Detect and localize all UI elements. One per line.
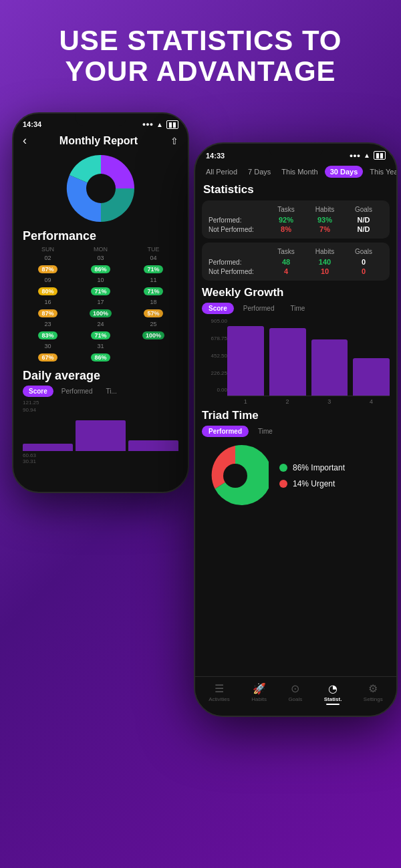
front-time: 14:33 — [206, 152, 225, 160]
cal-row-4: 23 83% 24 71% 25 100% — [20, 321, 181, 340]
front-phone-notch — [269, 144, 323, 157]
legend-urgent: 14% Urgent — [279, 479, 345, 488]
back-phone-notch — [76, 114, 126, 126]
col-tasks-1: Tasks — [267, 206, 305, 213]
triad-time-section: Triad Time Performed Time — [195, 409, 396, 513]
back-time: 14:34 — [23, 120, 41, 128]
cal-cell: 31 86% — [81, 343, 121, 362]
triad-tab-time[interactable]: Time — [251, 426, 279, 437]
cal-cell: 04 71% — [134, 255, 174, 274]
cal-row-3: 16 87% 17 100% 18 57% — [20, 299, 181, 318]
nav-habits[interactable]: 🚀 Habits — [251, 682, 267, 705]
back-chart: 121.25 90.94 60.63 30.31 — [13, 400, 188, 467]
habits-not-performed-count: 10 — [305, 267, 344, 275]
nav-settings[interactable]: ⚙ Settings — [364, 682, 383, 705]
tasks-performed-count: 48 — [267, 258, 305, 266]
triad-tab-performed[interactable]: Performed — [202, 426, 249, 437]
col-habits-2: Habits — [305, 248, 344, 255]
back-tab-bar: Score Performed Ti... — [13, 386, 188, 400]
performed-label-2: Performed: — [209, 259, 267, 266]
cal-header-tue: TUE — [134, 246, 174, 253]
habits-not-performed-pct: 7% — [305, 225, 344, 233]
cal-cell: 16 87% — [28, 299, 68, 318]
filter-tabs: All Period 7 Days This Month 30 Days Thi… — [195, 162, 396, 182]
bar-2 — [269, 328, 306, 396]
headline: USE STATISTICS TO YOUR ADVANTAGE — [0, 0, 401, 99]
goals-not-performed-count: 0 — [344, 267, 383, 275]
tab-this-year[interactable]: This Yea... — [366, 166, 396, 178]
cal-cell: 03 86% — [81, 255, 121, 274]
stats-table-2: . Tasks Habits Goals Performed: 48 140 0… — [202, 243, 390, 281]
bar-3 — [311, 339, 348, 396]
weekly-bar-chart: 905.00 678.75 452.50 226.25 0.00 1 — [202, 318, 390, 405]
tab-7-days[interactable]: 7 Days — [244, 166, 275, 178]
cal-cell: 18 57% — [134, 299, 174, 318]
cal-cell: 30 67% — [28, 343, 68, 362]
calendar-grid: 02 87% 03 86% 04 71% 09 — [20, 255, 181, 362]
cal-cell: 02 87% — [28, 255, 68, 274]
weekly-tab-bar: Score Performed Time — [202, 303, 390, 314]
not-performed-label-2: Not Performed: — [209, 268, 267, 275]
goals-performed-count: 0 — [344, 258, 383, 266]
tab-all-period[interactable]: All Period — [202, 166, 241, 178]
cal-row-2: 09 80% 10 71% 11 71% — [20, 277, 181, 296]
tab-performed[interactable]: Performed — [56, 386, 98, 397]
front-phone: 14:33 ●●● ▲ ▮▮ All Period 7 Days This Mo… — [194, 142, 398, 717]
back-pie-chart — [64, 152, 138, 225]
triad-tab-bar: Performed Time — [202, 426, 390, 437]
col-habits-1: Habits — [305, 206, 344, 213]
nav-activities[interactable]: ☰ Activities — [209, 682, 230, 705]
weekly-growth-section: Weekly Growth Score Performed Time 905.0… — [195, 286, 396, 409]
tasks-not-performed-count: 4 — [267, 267, 305, 275]
cal-cell: 09 80% — [28, 277, 68, 296]
bar-4 — [353, 358, 390, 396]
svg-point-1 — [223, 464, 247, 488]
cal-row-1: 02 87% 03 86% 04 71% — [20, 255, 181, 274]
legend-important: 86% Important — [279, 463, 345, 472]
statistics-title: Statistics — [195, 182, 396, 200]
cal-cell: 24 71% — [81, 321, 121, 340]
back-pie-chart-container — [13, 152, 188, 229]
cal-cell: 25 100% — [134, 321, 174, 340]
tab-ti[interactable]: Ti... — [100, 386, 122, 397]
habits-performed-pct: 93% — [305, 216, 344, 224]
headline-line2: YOUR ADVANTAGE — [20, 56, 381, 87]
share-icon[interactable]: ⇧ — [170, 136, 178, 146]
cal-row-5: 30 67% 31 86% — [20, 343, 181, 362]
bottom-nav: ☰ Activities 🚀 Habits ⊙ Goals ◔ Statist.… — [195, 676, 396, 716]
col-goals-2: Goals — [344, 248, 383, 255]
weekly-tab-performed[interactable]: Performed — [237, 303, 281, 314]
cal-cell: 17 100% — [81, 299, 121, 318]
nav-statist[interactable]: ◔ Statist. — [324, 682, 342, 705]
back-header-title: Monthly Report — [59, 135, 138, 147]
cal-cell: 11 71% — [134, 277, 174, 296]
weekly-tab-time[interactable]: Time — [283, 303, 311, 314]
triad-legend: 86% Important 14% Urgent — [279, 463, 345, 488]
tab-30-days[interactable]: 30 Days — [325, 166, 364, 178]
calendar-headers: SUN MON TUE — [20, 246, 181, 253]
triad-time-title: Triad Time — [202, 409, 390, 422]
col-goals-1: Goals — [344, 206, 383, 213]
phones-container: 14:34 ●●● ▲ ▮▮ ‹ Monthly Report ⇧ — [0, 99, 401, 827]
tab-score[interactable]: Score — [23, 386, 53, 397]
tasks-performed-pct: 92% — [267, 216, 305, 224]
tasks-not-performed-pct: 8% — [267, 225, 305, 233]
weekly-growth-title: Weekly Growth — [202, 286, 390, 299]
nav-goals[interactable]: ⊙ Goals — [288, 682, 302, 705]
back-button[interactable]: ‹ — [23, 134, 27, 148]
back-header: ‹ Monthly Report ⇧ — [13, 131, 188, 152]
back-phone: 14:34 ●●● ▲ ▮▮ ‹ Monthly Report ⇧ — [12, 112, 189, 493]
triad-pie-chart — [202, 442, 269, 509]
stats-table-1: . Tasks Habits Goals Performed: 92% 93% … — [202, 200, 390, 239]
cal-cell: 10 71% — [81, 277, 121, 296]
not-performed-label-1: Not Performed: — [209, 226, 267, 233]
cal-header-sun: SUN — [28, 246, 68, 253]
goals-performed-pct: N/D — [344, 216, 383, 224]
cal-header-mon: MON — [81, 246, 121, 253]
habits-performed-count: 140 — [305, 258, 344, 266]
tab-this-month[interactable]: This Month — [277, 166, 321, 178]
weekly-tab-score[interactable]: Score — [202, 303, 234, 314]
performance-section: Performance SUN MON TUE 02 87% 03 — [13, 229, 188, 365]
col-tasks-2: Tasks — [267, 248, 305, 255]
cal-cell: 23 83% — [28, 321, 68, 340]
